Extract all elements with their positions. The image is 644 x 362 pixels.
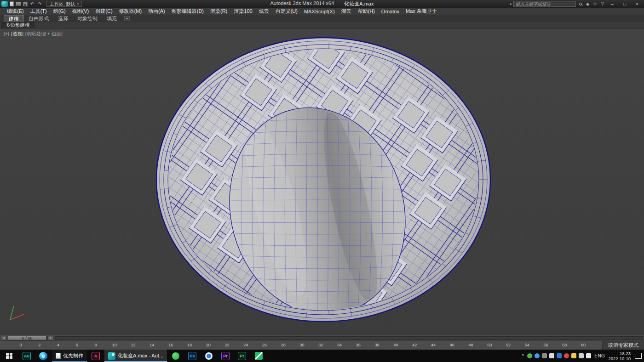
ruler-tick: 60	[581, 343, 586, 347]
next-frame-button[interactable]: >	[47, 336, 53, 340]
green-square-app-button[interactable]	[250, 350, 267, 362]
input-language-indicator[interactable]: ENG	[594, 353, 605, 358]
action-center-icon[interactable]	[635, 353, 642, 359]
menu-item-2[interactable]: 工具(T)	[27, 8, 50, 15]
download-tray-icon[interactable]	[542, 353, 547, 358]
green-messenger-app-button[interactable]	[167, 350, 184, 362]
ribbon-tab-2[interactable]: 自由形式	[24, 15, 53, 22]
network-tray-icon[interactable]	[586, 353, 591, 358]
ruler-tick: 6	[76, 343, 78, 347]
close-button[interactable]: ×	[632, 1, 643, 6]
track-bar[interactable]: 0246810121416182022242628303234363840424…	[0, 340, 644, 350]
menu-item-11[interactable]: 炫云	[256, 8, 272, 15]
taskbar-window-label: 优先制作	[63, 352, 83, 359]
search-input[interactable]	[513, 1, 576, 7]
taskbar-window-3dsmax-active[interactable]: 化妆盒A.max - Aut...	[104, 350, 167, 362]
ribbon-tab-5[interactable]: 填充	[102, 15, 121, 22]
a-app-button[interactable]: A	[87, 350, 104, 362]
favorites-star-icon[interactable]: ☆	[592, 1, 598, 6]
ruler-tick: 24	[243, 343, 248, 347]
help-icon[interactable]: ?	[599, 1, 605, 6]
redo-icon[interactable]: ↷	[37, 1, 42, 6]
new-file-icon[interactable]	[10, 1, 14, 6]
ribbon-tab-3[interactable]: 选择	[53, 15, 73, 22]
ruler-tick: 30	[300, 343, 305, 347]
search-scope-icon[interactable]: ▸	[510, 2, 512, 6]
ruler-tick: 14	[150, 343, 154, 347]
taskbar-clock[interactable]: 18:23 2022-10-10	[608, 351, 631, 361]
viewport[interactable]: [+] [透视] [明暗处理 + 边面]	[0, 28, 644, 335]
tray-expand-icon[interactable]: ^	[522, 353, 524, 358]
viewport-canvas[interactable]	[0, 28, 644, 335]
tray-icons	[527, 353, 591, 358]
viewport-menu-shading[interactable]: [明暗处理 + 边面]	[25, 31, 63, 37]
ruler-tick: 50	[487, 343, 492, 347]
menu-item-14[interactable]: 溜云	[338, 8, 355, 15]
ribbon-tab-1[interactable]: 建模	[4, 15, 24, 22]
minimize-button[interactable]: –	[607, 1, 618, 6]
frame-ruler[interactable]: 0246810121416182022242628303234363840424…	[0, 341, 602, 350]
audition-app-button[interactable]: Au	[18, 350, 35, 362]
menu-item-17[interactable]: Max 杀毒卫士	[402, 8, 440, 15]
painter-app-button[interactable]: Pt	[234, 350, 250, 362]
magnifier-icon	[579, 3, 582, 6]
tab-polygon-modeling[interactable]: 多边形建模	[1, 22, 34, 28]
workspace-dropdown[interactable]: 工作区: 默认 ▾	[46, 1, 82, 7]
chat-tray-icon[interactable]	[527, 353, 532, 358]
windows-logo-icon	[6, 353, 12, 359]
menu-item-16[interactable]: Ornatrix	[378, 9, 402, 14]
cloud-tray-icon[interactable]	[535, 353, 540, 358]
menu-item-10[interactable]: 渲染100	[230, 8, 255, 15]
green-square-icon	[255, 352, 263, 360]
menu-item-7[interactable]: 动画(A)	[145, 8, 168, 15]
menu-item-15[interactable]: 帮助(H)	[355, 8, 378, 15]
netdisk-tray-icon[interactable]	[571, 353, 576, 358]
potplayer-app-button[interactable]	[201, 350, 217, 362]
cancel-expert-mode-button[interactable]: 取消专家模式	[602, 341, 644, 350]
search-icon[interactable]	[577, 3, 583, 6]
3ds-max-window: ↶ ↷ 工作区: 默认 ▾ Autodesk 3ds Max 2014 x64 …	[0, 0, 644, 362]
edge-app-button[interactable]: e	[35, 350, 52, 362]
ruler-tick: 20	[206, 343, 211, 347]
time-slider-thumb[interactable]: 0 / 60	[8, 336, 46, 340]
viewport-menu-view[interactable]: [透视]	[11, 31, 23, 37]
system-tray: ^ ENG 18:23 2022-10-10	[522, 350, 644, 362]
menu-item-13[interactable]: MAXScript(X)	[301, 9, 338, 14]
undo-icon[interactable]: ↶	[29, 1, 35, 6]
menu-item-3[interactable]: 组(G)	[50, 8, 69, 15]
taskbar: Au e 优先制作 A 化妆盒A.max - Aut... Ps	[0, 350, 644, 362]
3ds-max-logo-icon[interactable]	[1, 1, 8, 7]
ruler-tick: 10	[112, 343, 117, 347]
premiere-app-button[interactable]: Pr	[217, 350, 234, 362]
menu-item-8[interactable]: 图形编辑器(D)	[168, 8, 207, 15]
makeup-box-model[interactable]	[37, 28, 610, 335]
menu-item-4[interactable]: 视图(V)	[69, 8, 92, 15]
time-slider-track[interactable]	[55, 336, 643, 340]
ribbon-minimize-icon[interactable]: ▾	[124, 16, 130, 21]
music-tray-icon[interactable]	[564, 353, 569, 358]
taskbar-window-youxianzhizuo[interactable]: 优先制作	[52, 350, 87, 362]
menu-item-5[interactable]: 创建(C)	[92, 8, 115, 15]
maximize-button[interactable]: □	[619, 1, 630, 6]
start-button[interactable]	[0, 350, 18, 362]
menu-item-6[interactable]: 修改器(M)	[116, 8, 145, 15]
communication-center-icon[interactable]: ◈	[585, 1, 591, 6]
open-file-icon[interactable]	[16, 2, 21, 6]
previous-frame-button[interactable]: <	[1, 336, 7, 340]
menu-item-12[interactable]: 自定义(U)	[272, 8, 301, 15]
ruler-tick: 40	[393, 343, 398, 347]
volume-tray-icon[interactable]	[579, 353, 584, 358]
menu-item-9[interactable]: 渲染(R)	[207, 8, 230, 15]
ruler-tick: 28	[281, 343, 286, 347]
viewport-menu-plus[interactable]: [+]	[4, 31, 9, 37]
menu-item-1[interactable]: 编辑(E)	[4, 8, 27, 15]
photoshop-app-button[interactable]: Ps	[184, 350, 201, 362]
clock-time: 18:23	[620, 351, 631, 356]
ribbon-tab-4[interactable]: 对象绘制	[73, 15, 102, 22]
chevron-down-icon: ▾	[77, 2, 79, 6]
ruler-tick: 12	[131, 343, 136, 347]
phone-tray-icon[interactable]	[549, 353, 554, 358]
security-tray-icon[interactable]	[557, 353, 562, 358]
save-file-icon[interactable]	[23, 2, 28, 6]
time-slider[interactable]: < 0 / 60 >	[0, 335, 644, 340]
